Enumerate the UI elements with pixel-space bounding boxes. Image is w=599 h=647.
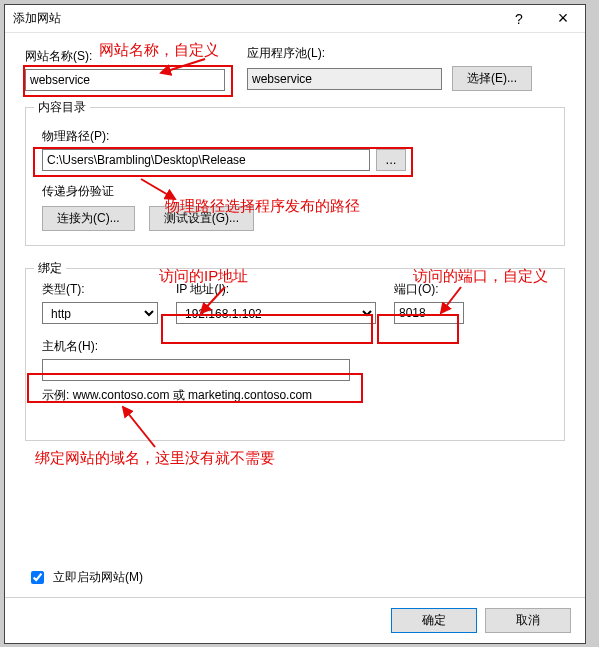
binding-ip-select[interactable]: 192.168.1.102 [176,302,376,324]
binding-legend: 绑定 [34,260,66,277]
binding-type-select[interactable]: http [42,302,158,324]
host-name-example: 示例: www.contoso.com 或 marketing.contoso.… [42,387,548,404]
content-directory-group: 内容目录 物理路径(P): ... 传递身份验证 连接为(C)... 测试设置(… [25,107,565,246]
app-pool-label: 应用程序池(L): [247,45,565,62]
dialog-footer: 确定 取消 [5,597,585,643]
cancel-button[interactable]: 取消 [485,608,571,633]
add-website-dialog: 添加网站 ? × 网站名称(S): 应用程序池(L): 选择(E)... 内容目… [4,4,586,644]
host-name-input[interactable] [42,359,350,381]
help-icon: ? [515,11,523,27]
binding-group: 绑定 类型(T): http IP 地址(I): 192.168.1.102 端… [25,268,565,441]
physical-path-label: 物理路径(P): [42,128,548,145]
browse-path-button[interactable]: ... [376,149,406,171]
pass-through-auth-label: 传递身份验证 [42,183,548,200]
app-pool-input [247,68,442,90]
auto-start-checkbox[interactable] [31,571,44,584]
site-name-input[interactable] [25,69,225,91]
title-bar: 添加网站 ? × [5,5,585,33]
physical-path-input[interactable] [42,149,370,171]
close-button[interactable]: × [541,5,585,33]
ok-button[interactable]: 确定 [391,608,477,633]
binding-port-input[interactable] [394,302,464,324]
content-directory-legend: 内容目录 [34,99,90,116]
host-name-label: 主机名(H): [42,338,548,355]
binding-port-label: 端口(O): [394,281,464,298]
site-name-label: 网站名称(S): [25,48,225,65]
dialog-content: 网站名称(S): 应用程序池(L): 选择(E)... 内容目录 物理路径(P)… [5,33,585,597]
window-title: 添加网站 [13,10,497,27]
help-button[interactable]: ? [497,5,541,33]
auto-start-label: 立即启动网站(M) [53,569,143,586]
binding-ip-label: IP 地址(I): [176,281,376,298]
connect-as-button[interactable]: 连接为(C)... [42,206,135,231]
binding-type-label: 类型(T): [42,281,158,298]
close-icon: × [558,8,569,29]
test-settings-button[interactable]: 测试设置(G)... [149,206,254,231]
select-app-pool-button[interactable]: 选择(E)... [452,66,532,91]
